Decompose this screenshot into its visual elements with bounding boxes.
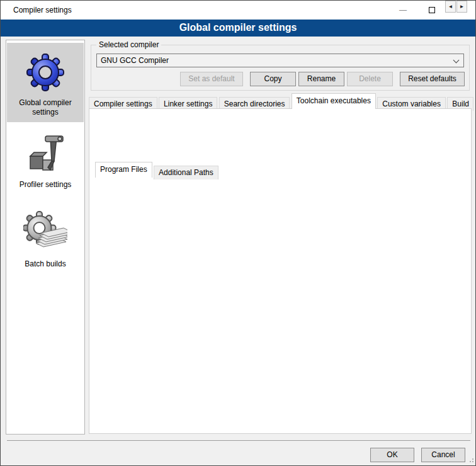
blue-gear-icon bbox=[25, 48, 65, 97]
arrow-left-icon: ◄ bbox=[448, 4, 453, 9]
sidebar-item-profiler-settings[interactable]: Profiler settings bbox=[7, 128, 84, 189]
cancel-button[interactable]: Cancel bbox=[421, 448, 465, 462]
window-title: Compiler settings bbox=[13, 6, 72, 14]
sidebar-item-global-compiler-settings[interactable]: Global compiler settings bbox=[7, 43, 84, 122]
minimize-icon: — bbox=[399, 6, 407, 14]
maximize-icon bbox=[429, 7, 435, 13]
banner-title: Global compiler settings bbox=[179, 22, 297, 33]
maximize-button[interactable] bbox=[417, 1, 446, 20]
rename-button[interactable]: Rename bbox=[298, 72, 344, 86]
resize-grip[interactable] bbox=[468, 458, 473, 463]
ok-button[interactable]: OK bbox=[370, 448, 414, 462]
gray-gear-stack-icon bbox=[23, 203, 67, 258]
reset-defaults-button[interactable]: Reset defaults bbox=[400, 72, 465, 86]
compiler-tabs: Compiler settings Linker settings Search… bbox=[89, 95, 473, 109]
sidebar-item-label: Profiler settings bbox=[7, 180, 84, 192]
copy-button[interactable]: Copy bbox=[250, 72, 296, 86]
footer-divider bbox=[7, 440, 470, 441]
tab-program-files[interactable]: Program Files bbox=[95, 162, 152, 178]
delete-button[interactable]: Delete bbox=[347, 72, 393, 86]
dialog-banner: Global compiler settings bbox=[1, 20, 475, 37]
settings-category-list: Global compiler settings Profiler settin… bbox=[6, 40, 85, 435]
chevron-down-icon bbox=[453, 57, 460, 64]
sidebar-item-label: Global compiler settings bbox=[7, 98, 84, 120]
arrow-right-icon: ► bbox=[460, 4, 465, 9]
tab-scroll-right-button[interactable]: ► bbox=[456, 1, 467, 13]
minimize-button[interactable]: — bbox=[388, 1, 417, 20]
selected-compiler-combobox[interactable]: GNU GCC Compiler bbox=[96, 54, 464, 67]
tab-additional-paths[interactable]: Additional Paths bbox=[154, 166, 218, 179]
set-as-default-button[interactable]: Set as default bbox=[180, 72, 243, 86]
tab-scroll-left-button[interactable]: ◄ bbox=[445, 1, 456, 13]
selected-compiler-value: GNU GCC Compiler bbox=[101, 56, 169, 65]
selected-compiler-group-label: Selected compiler bbox=[96, 40, 161, 49]
caliper-icon bbox=[25, 134, 65, 179]
sidebar-item-label: Batch builds bbox=[7, 259, 84, 271]
title-bar[interactable]: Compiler settings — ✕ bbox=[1, 1, 475, 20]
tab-toolchain-executables[interactable]: Toolchain executables bbox=[292, 93, 376, 109]
program-files-tabs: Program Files Additional Paths bbox=[95, 164, 218, 178]
toolchain-executables-page bbox=[89, 108, 472, 434]
sidebar-item-batch-builds[interactable]: Batch builds bbox=[7, 198, 84, 268]
compiler-settings-dialog: Compiler settings — ✕ Global compiler se… bbox=[0, 0, 476, 466]
